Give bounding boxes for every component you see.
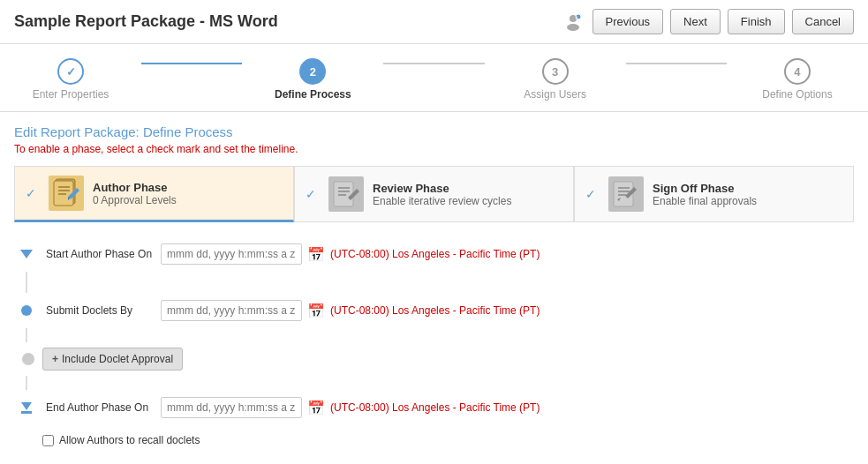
step-line-1 [141,63,242,64]
review-phase-icon [328,176,364,212]
allow-authors-row: Allow Authors to recall doclets [42,434,850,446]
end-phase-input-group: 📅 (UTC-08:00) Los Angeles - Pacific Time… [161,397,540,418]
author-phase-name: Author Phase [93,181,177,194]
svg-point-1 [567,24,579,31]
start-triangle-icon [20,250,33,258]
include-doclet-row: + Include Doclet Approval [18,342,850,376]
user-icon: i [561,10,585,34]
vline-2 [26,328,27,342]
step-4: 4 Define Options [727,58,868,101]
end-triangle-icon [21,402,32,410]
author-phase-card[interactable]: ✓ Author Phase 0 Approval Levels [14,166,294,222]
timeline-section: Start Author Phase On 📅 (UTC-08:00) Los … [14,236,854,446]
review-phase-text: Review Phase Enable iterative review cyc… [373,182,511,207]
start-phase-label: Start Author Phase On [46,248,161,260]
connector-1 [18,272,850,293]
start-timezone: (UTC-08:00) Los Angeles - Pacific Time (… [330,248,540,260]
step-1-label: Enter Properties [33,88,109,101]
finish-button[interactable]: Finish [728,9,785,34]
start-phase-input[interactable] [161,243,302,265]
step-2-label: Define Process [275,88,351,101]
end-timezone: (UTC-08:00) Los Angeles - Pacific Time (… [330,401,540,414]
next-button[interactable]: Next [670,9,721,34]
submit-dot-icon [21,305,32,316]
previous-button[interactable]: Previous [593,9,664,34]
stepper: ✓ Enter Properties 2 Define Process 3 As… [0,44,868,112]
author-phase-desc: 0 Approval Levels [93,194,177,206]
review-phase-card[interactable]: ✓ Review Phase Enable iterative review c… [294,166,574,222]
submit-doclets-label: Submit Doclets By [46,304,161,317]
signoff-phase-text: Sign Off Phase Enable final approvals [653,182,757,207]
signoff-check-icon: ✓ [585,187,600,201]
vline-3 [26,376,27,390]
step-line-2 [383,63,484,64]
svg-rect-9 [334,182,353,206]
end-calendar-icon[interactable]: 📅 [307,400,325,416]
signoff-phase-desc: Enable final approvals [653,195,757,207]
allow-authors-label: Allow Authors to recall doclets [59,434,200,446]
step-line-3 [626,63,727,64]
step-1: ✓ Enter Properties [0,58,141,101]
allow-authors-checkbox[interactable] [42,435,54,446]
step-3: 3 Assign Users [485,58,626,101]
step-4-circle: 4 [784,58,811,85]
start-calendar-icon[interactable]: 📅 [307,246,325,263]
header-actions: i Previous Next Finish Cancel [561,9,854,34]
include-doclet-label: Include Doclet Approval [62,353,173,365]
page-title: Sample Report Package - MS Word [14,12,278,31]
review-phase-name: Review Phase [373,182,511,195]
step-2-circle: 2 [299,58,326,85]
connector-2 [18,328,850,342]
header: Sample Report Package - MS Word i Previo… [0,0,868,44]
author-check-icon: ✓ [26,186,40,200]
author-phase-icon [49,176,84,211]
start-phase-row: Start Author Phase On 📅 (UTC-08:00) Los … [18,236,850,272]
page-content: Edit Report Package: Define Process To e… [0,112,868,459]
submit-timezone: (UTC-08:00) Los Angeles - Pacific Time (… [330,304,540,317]
signoff-phase-icon [608,176,644,212]
section-title: Edit Report Package: Define Process [14,124,854,139]
submit-doclets-input[interactable] [161,300,302,321]
step-4-label: Define Options [762,88,832,101]
cancel-button[interactable]: Cancel [792,9,854,34]
start-phase-input-group: 📅 (UTC-08:00) Los Angeles - Pacific Time… [161,243,540,265]
step-3-circle: 3 [542,58,569,85]
vline-1 [26,272,27,293]
signoff-phase-name: Sign Off Phase [653,182,757,195]
plus-icon: + [52,353,58,365]
step-1-circle: ✓ [57,58,84,85]
end-bar-icon [21,411,32,414]
end-phase-row: End Author Phase On 📅 (UTC-08:00) Los An… [18,390,850,425]
signoff-phase-card[interactable]: ✓ Sign Off Phase Enable final approvals [574,166,854,222]
step-3-label: Assign Users [524,88,586,101]
submit-doclets-row: Submit Doclets By 📅 (UTC-08:00) Los Ange… [18,293,850,328]
doclet-indicator [22,353,34,365]
submit-calendar-icon[interactable]: 📅 [307,303,325,319]
submit-doclets-input-group: 📅 (UTC-08:00) Los Angeles - Pacific Time… [161,300,540,321]
step-2: 2 Define Process [242,58,383,101]
include-doclet-button[interactable]: + Include Doclet Approval [42,348,183,370]
svg-rect-5 [54,181,73,206]
review-phase-desc: Enable iterative review cycles [373,195,511,207]
end-phase-label: End Author Phase On [46,401,161,414]
phase-cards: ✓ Author Phase 0 Approval Levels ✓ [14,166,854,222]
review-check-icon: ✓ [306,187,320,201]
author-phase-text: Author Phase 0 Approval Levels [93,181,177,206]
connector-3 [18,376,850,390]
section-subtitle: To enable a phase, select a check mark a… [14,143,854,155]
end-phase-input[interactable] [161,397,302,418]
